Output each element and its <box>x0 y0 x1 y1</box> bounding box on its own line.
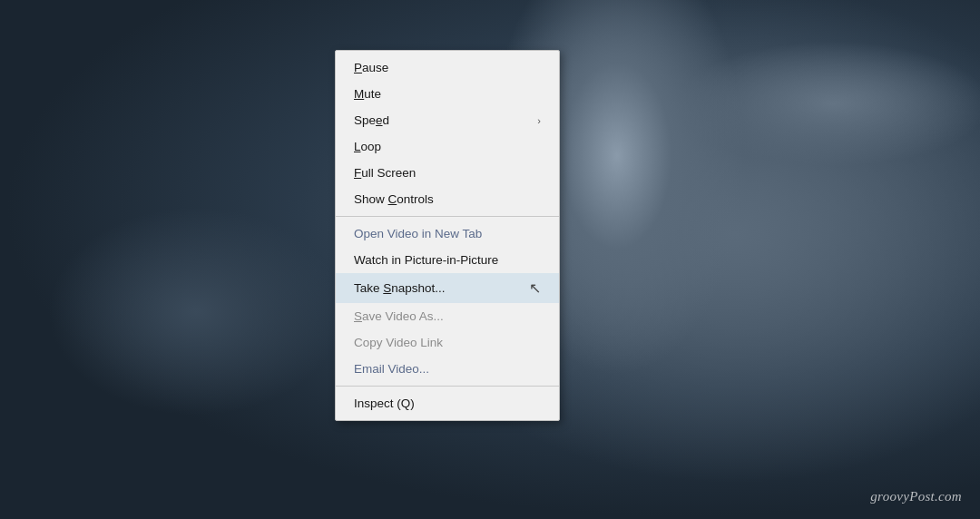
menu-separator-1 <box>336 216 559 217</box>
menu-item-copy-link-label: Copy Video Link <box>354 336 443 349</box>
context-menu: Pause Mute Speed › Loop Full Screen Show… <box>335 50 560 421</box>
menu-item-loop-label: Loop <box>354 140 381 153</box>
watermark: groovyPost.com <box>870 489 962 504</box>
chevron-right-icon: › <box>537 115 541 126</box>
menu-item-pause[interactable]: Pause <box>336 54 559 81</box>
menu-item-save-video-label: Save Video As... <box>354 309 444 323</box>
menu-item-loop[interactable]: Loop <box>336 133 559 160</box>
menu-item-copy-link[interactable]: Copy Video Link <box>336 329 559 356</box>
menu-item-take-snapshot-label: Take Snapshot... <box>354 281 446 295</box>
menu-item-picture-in-picture-label: Watch in Picture-in-Picture <box>354 253 498 267</box>
menu-item-open-new-tab[interactable]: Open Video in New Tab <box>336 220 559 247</box>
menu-item-fullscreen-label: Full Screen <box>354 166 416 180</box>
menu-item-mute[interactable]: Mute <box>336 81 559 107</box>
menu-item-mute-label: Mute <box>354 87 381 101</box>
menu-item-inspect[interactable]: Inspect (Q) <box>336 390 559 416</box>
menu-item-fullscreen[interactable]: Full Screen <box>336 160 559 186</box>
menu-item-pause-label: Pause <box>354 61 388 74</box>
menu-separator-2 <box>336 386 559 387</box>
menu-item-show-controls[interactable]: Show Controls <box>336 186 559 212</box>
menu-item-save-video[interactable]: Save Video As... <box>336 303 559 329</box>
menu-item-open-new-tab-label: Open Video in New Tab <box>354 227 482 240</box>
menu-item-inspect-label: Inspect (Q) <box>354 397 415 410</box>
cursor-icon: ↖ <box>529 279 541 297</box>
menu-item-speed[interactable]: Speed › <box>336 107 559 133</box>
menu-item-picture-in-picture[interactable]: Watch in Picture-in-Picture <box>336 247 559 273</box>
menu-item-speed-label: Speed <box>354 113 389 127</box>
menu-item-take-snapshot[interactable]: Take Snapshot... ↖ <box>336 273 559 303</box>
menu-item-show-controls-label: Show Controls <box>354 192 434 206</box>
menu-item-email-video-label: Email Video... <box>354 362 429 376</box>
menu-item-email-video[interactable]: Email Video... <box>336 356 559 382</box>
